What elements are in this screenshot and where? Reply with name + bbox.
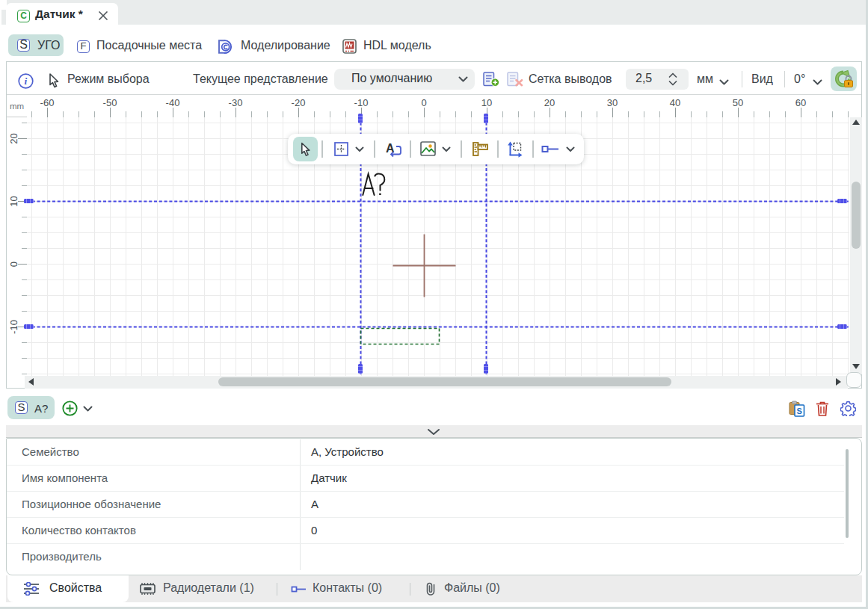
svg-text:i: i [25,75,28,87]
svg-text:S: S [797,406,802,415]
